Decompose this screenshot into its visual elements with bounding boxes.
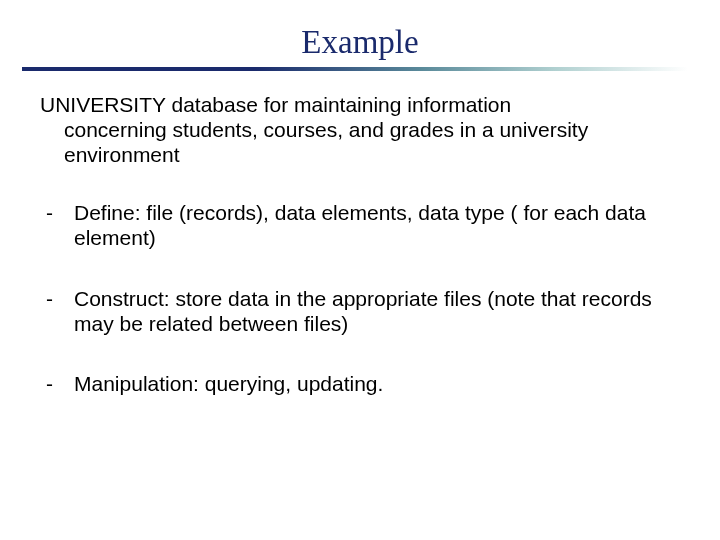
bullet-list: Define: file (records), data elements, d… xyxy=(38,201,672,397)
bullet-item: Construct: store data in the appropriate… xyxy=(38,287,672,337)
slide-body: UNIVERSITY database for maintaining info… xyxy=(0,93,720,397)
slide-title: Example xyxy=(0,24,720,61)
slide: Example UNIVERSITY database for maintain… xyxy=(0,24,720,540)
intro-rest: concerning students, courses, and grades… xyxy=(64,118,672,168)
bullet-item: Define: file (records), data elements, d… xyxy=(38,201,672,251)
bullet-text: Manipulation: querying, updating. xyxy=(74,372,383,395)
bullet-item: Manipulation: querying, updating. xyxy=(38,372,672,397)
bullet-text: Define: file (records), data elements, d… xyxy=(74,201,646,249)
intro-paragraph: UNIVERSITY database for maintaining info… xyxy=(38,93,672,167)
title-divider xyxy=(22,67,688,71)
bullet-text: Construct: store data in the appropriate… xyxy=(74,287,652,335)
intro-line1: UNIVERSITY database for maintaining info… xyxy=(40,93,511,116)
